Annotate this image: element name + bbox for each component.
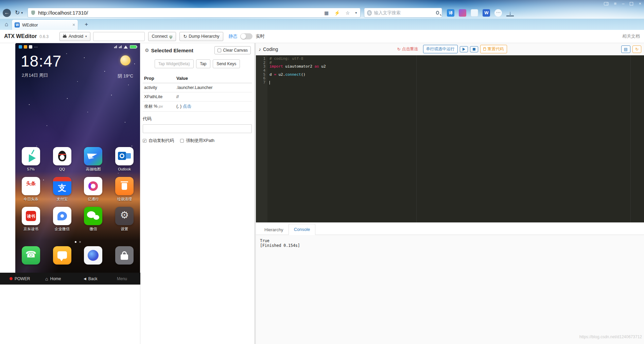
run-button[interactable] [460, 46, 468, 52]
app-jd[interactable]: 读书京东读书 [15, 207, 47, 231]
settings-app-icon: ⚙ [115, 207, 134, 225]
back-button[interactable]: ← [3, 9, 11, 17]
table-row-coords: 坐标 % px (, ) 点击 [143, 102, 252, 112]
device-home-button[interactable]: ⌂ Home [45, 273, 61, 285]
search-box[interactable]: S [364, 8, 442, 18]
bottom-tabs: Hierarchy Console [256, 222, 644, 235]
app-alipay[interactable]: 支支付宝 [47, 177, 78, 201]
new-tab-button[interactable]: + [82, 21, 90, 28]
mode-realtime-label[interactable]: 实时 [256, 33, 265, 39]
app-amap[interactable]: 高德地图 [78, 147, 109, 171]
code-line[interactable]: # coding: utf-8 [269, 57, 644, 61]
dump-hierarchy-button[interactable]: ↻ Dump Hierarchy [179, 32, 223, 41]
url-dropdown-icon[interactable]: ▾ [355, 11, 357, 15]
force-xpath-checkbox[interactable] [180, 139, 184, 143]
stop-button[interactable] [470, 46, 478, 52]
home-icon[interactable]: ⌂ [5, 21, 8, 28]
bookmark-star-icon[interactable]: ☆ [346, 10, 350, 16]
translate-extension-icon[interactable]: 译 [447, 9, 454, 17]
clear-canvas-button[interactable]: Clear Canvas [214, 46, 251, 54]
code-input[interactable] [143, 124, 252, 133]
history-dropdown-icon[interactable]: ▾ [21, 11, 23, 15]
reset-code-button[interactable]: 重置代码 [480, 45, 507, 53]
lightning-icon[interactable]: ⚡ [334, 10, 340, 16]
power-button[interactable]: POWER [10, 273, 30, 285]
device-back-button[interactable]: ◀ Back [84, 273, 97, 285]
code-label: 代码 [143, 116, 252, 122]
mode-static-label[interactable]: 静态 [229, 33, 238, 39]
clear-canvas-checkbox[interactable] [217, 49, 221, 52]
send-keys-button[interactable]: Send Keys [213, 59, 240, 68]
code-lines[interactable]: # coding: utf-8#import uiautomator2 as u… [267, 55, 644, 222]
code-line[interactable] [269, 76, 644, 80]
tab-hierarchy[interactable]: Hierarchy [259, 224, 289, 235]
coords-click-link[interactable]: 点击 [183, 104, 191, 109]
refresh-button[interactable]: ↻ [15, 9, 20, 16]
cleaner-app-icon [22, 147, 40, 165]
app-settings[interactable]: ⚙设置 [109, 207, 140, 231]
browser-menu-icon[interactable]: ≡ [614, 1, 617, 6]
app-yitongxing[interactable]: 亿通行 [78, 177, 109, 201]
app-label: 今日头条 [23, 197, 38, 201]
code-line[interactable]: d = u2.connect() [269, 73, 644, 77]
locked-app-icon [115, 246, 134, 265]
platform-label: Android [69, 34, 83, 39]
code-line[interactable] [269, 80, 644, 85]
maximize-button[interactable] [630, 2, 633, 5]
app-toutiao[interactable]: 头条今日头条 [15, 177, 47, 201]
docs-link[interactable]: 相关文档 [622, 33, 640, 39]
tap-widget-button[interactable]: Tap Widget(Beta) [155, 59, 194, 68]
download-icon[interactable]: ↓ [506, 10, 514, 16]
close-button[interactable]: × [639, 1, 641, 6]
mode-toggle[interactable] [240, 33, 253, 39]
app-messages[interactable] [47, 246, 78, 265]
tab-close-icon[interactable]: × [72, 22, 75, 28]
code-line[interactable] [269, 69, 644, 73]
window-layout-icon[interactable] [604, 2, 609, 5]
docs-extension-icon[interactable]: W [483, 9, 490, 17]
app-browser[interactable] [78, 246, 109, 265]
url-text[interactable]: http://localhost:17310/ [38, 10, 88, 16]
dock: ☎ [15, 246, 140, 265]
device-menu-button[interactable]: Menu [117, 273, 127, 285]
editor-refresh-button[interactable]: ↻ [632, 46, 641, 53]
auto-copy-checkbox[interactable] [143, 139, 146, 143]
browser-navbar: ← ↻ ▾ http://localhost:17310/ ▦ ⚡ ☆ ▾ S … [0, 7, 644, 19]
col-value: Value [176, 76, 250, 81]
app-outlook[interactable]: Outlook [109, 147, 140, 171]
device-back-icon: ◀ [84, 277, 86, 280]
qr-code-icon[interactable]: ▦ [324, 10, 329, 16]
refresh-icon: ↻ [183, 34, 187, 39]
app-trash[interactable]: 垃圾清理 [109, 177, 140, 201]
url-bar[interactable]: http://localhost:17310/ ▦ ⚡ ☆ ▾ [28, 8, 361, 18]
app-locked[interactable] [109, 246, 140, 265]
minimize-button[interactable]: – [622, 1, 624, 6]
app-label: QQ [59, 167, 65, 171]
panel-extension-icon[interactable] [471, 9, 478, 17]
connect-button[interactable]: Connect ψ [148, 32, 176, 41]
tab-console[interactable]: Console [289, 224, 316, 235]
app-qq[interactable]: QQ [47, 147, 78, 171]
app-phone[interactable]: ☎ [15, 246, 47, 265]
wework-app-icon [53, 207, 71, 225]
run-selection-button[interactable]: 单行或选中运行 [423, 45, 458, 53]
reconnect-button[interactable]: ↻ 点击重连 [397, 46, 418, 52]
tap-button[interactable]: Tap [196, 59, 210, 68]
editor-ruler-2 [630, 55, 631, 222]
signal-icon [114, 46, 117, 48]
device-serial-input[interactable] [93, 32, 145, 41]
app-cleaner[interactable]: 57% [15, 147, 47, 171]
editor-doc-button[interactable]: ▤ [621, 46, 630, 53]
browser-tab[interactable]: W WEditor × [12, 19, 78, 30]
app-wechat[interactable]: 微信 [78, 207, 109, 231]
code-line[interactable]: import uiautomator2 as u2 [269, 65, 644, 69]
extension-icon[interactable] [459, 9, 466, 17]
app-wework[interactable]: 企业微信 [47, 207, 78, 231]
platform-select[interactable]: Android ▾ [59, 32, 90, 41]
search-icon[interactable] [436, 11, 439, 15]
search-input[interactable] [374, 10, 434, 15]
more-extensions-icon[interactable]: ⋯ [494, 9, 502, 17]
toggle-knob [241, 34, 246, 39]
device-screenshot[interactable]: ⋯ 18:47 2月14日 周日 阴 19°C 57%QQ高德地图Outlook… [15, 43, 140, 273]
code-editor[interactable]: 1234567 # coding: utf-8#import uiautomat… [256, 55, 644, 222]
